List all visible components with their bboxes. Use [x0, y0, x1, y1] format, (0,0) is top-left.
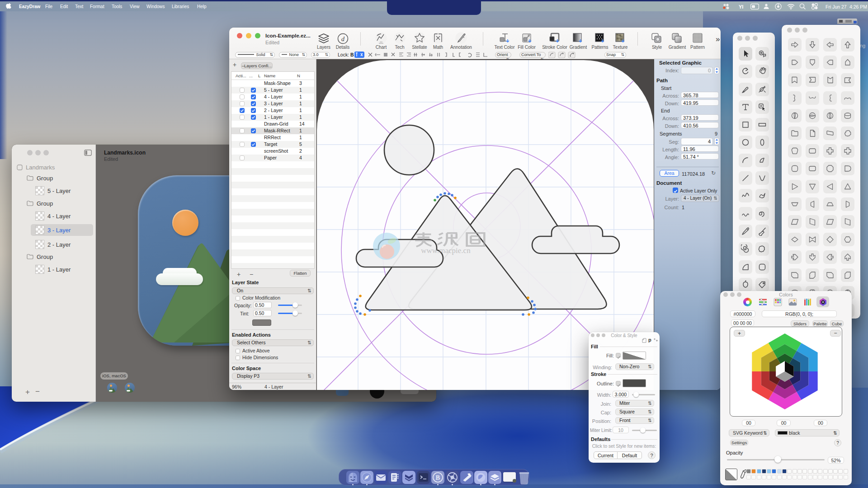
svg-text:B: B	[436, 474, 440, 481]
svg-text:d: d	[341, 36, 345, 42]
svg-text:www.macpie.cn: www.macpie.cn	[421, 246, 471, 255]
